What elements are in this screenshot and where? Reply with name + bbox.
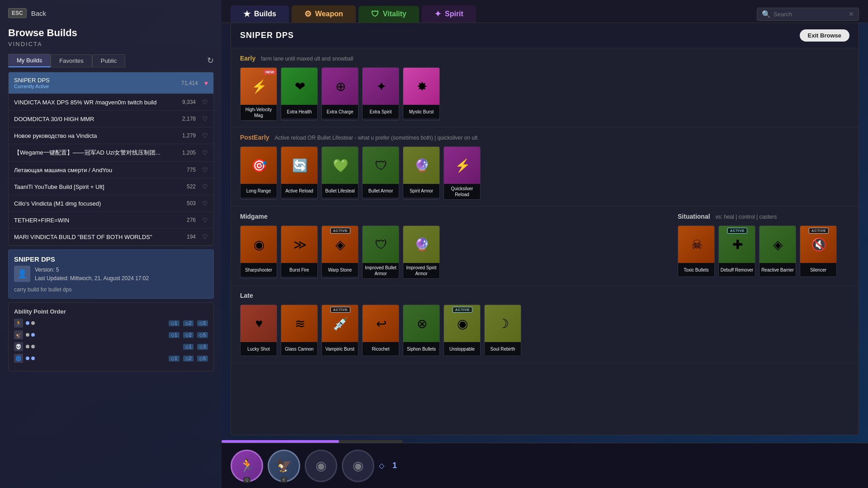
item-card[interactable]: 🔇 ACTIVE Silencer [800, 225, 837, 277]
item-card[interactable]: ❤ Extra Health [281, 67, 318, 121]
tab-vitality[interactable]: 🛡 Vitality [359, 6, 419, 23]
heart-icon[interactable]: ♡ [202, 183, 208, 190]
item-card[interactable]: 🔮 Improved Spirit Armor [403, 225, 440, 279]
item-card[interactable]: ☠ Toxic Bullets [678, 225, 715, 277]
tab-weapon-label: Weapon [315, 10, 343, 18]
item-card[interactable]: ⊕ Extra Charge [321, 67, 359, 121]
heart-icon[interactable]: ♡ [202, 149, 208, 156]
item-card[interactable]: 🔮 Spirit Armor [403, 146, 440, 200]
item-card[interactable]: ≋ Glass Cannon [281, 305, 318, 356]
build-item[interactable]: DOOMDICTA 30/0 HIGH MMR 2,178 ♡ [9, 111, 213, 127]
item-card[interactable]: ⊗ Siphon Bullets [403, 305, 440, 356]
build-item[interactable]: Cillo's Vindicta (M1 dmg focused) 503 ♡ [9, 195, 213, 212]
heart-icon[interactable]: ♡ [202, 200, 208, 207]
heart-icon[interactable]: ♡ [202, 233, 208, 240]
tab-builds[interactable]: ★ Builds [231, 5, 289, 23]
ability-num: ◇2 [183, 320, 194, 326]
build-item[interactable]: MARI VINDICTA BUILD "BEST OF BOTH WORLDS… [9, 229, 213, 245]
build-name: Cillo's Vindicta (M1 dmg focused) [14, 200, 183, 207]
ability-nums: ◇1 ◇2 ◇5 [169, 356, 208, 361]
item-card[interactable]: 🛡 Improved Bullet Armor [362, 225, 399, 279]
heart-icon[interactable]: ♡ [202, 166, 208, 174]
item-label: Reactive Barrier [760, 263, 796, 277]
build-item[interactable]: Летающая машина смерти / AndYou 775 ♡ [9, 162, 213, 178]
late-header: Late [240, 292, 849, 299]
item-card[interactable]: 🛡 Bullet Armor [362, 146, 399, 200]
heart-icon[interactable]: ♡ [202, 115, 208, 122]
ability-button-e[interactable]: 🦅 E [268, 450, 300, 482]
build-count: 775 [187, 167, 196, 173]
item-card[interactable]: ♥ Lucky Shot [240, 305, 277, 356]
item-card[interactable]: ↩ Ricochet [362, 305, 399, 356]
item-card[interactable]: ◈ ACTIVE Warp Stone [321, 225, 359, 279]
item-card[interactable]: ✸ Mystic Burst [403, 67, 440, 121]
back-button[interactable]: Back [31, 9, 46, 17]
ability-button-4[interactable]: ◉ [342, 450, 374, 482]
nav-tabs: ★ Builds ⚙ Weapon 🛡 Vitality ✦ Spirit 🔍 … [222, 0, 868, 23]
heart-icon[interactable]: ♡ [202, 132, 208, 139]
item-card[interactable]: 💚 Bullet Lifesteal [321, 146, 359, 200]
build-item[interactable]: TETHER+FIRE=WIN 276 ♡ [9, 212, 213, 229]
item-card[interactable]: ≫ Burst Fire [281, 225, 318, 279]
tab-weapon[interactable]: ⚙ Weapon [292, 5, 356, 23]
build-item[interactable]: VINDICTA MAX DPS 85% WR /magven0m twitch… [9, 94, 213, 111]
tab-my-builds[interactable]: My Builds [8, 54, 51, 67]
build-last-updated: Last Updated: Mittwoch, 21. August 2024 … [35, 274, 149, 283]
item-card[interactable]: ⚡ NEW High-Velocity Mag [240, 67, 277, 121]
ability-num: ◇5 [197, 320, 208, 326]
close-icon[interactable]: ✕ [849, 10, 854, 18]
search-input[interactable] [774, 11, 846, 18]
heart-icon[interactable]: ♡ [202, 216, 208, 224]
build-item[interactable]: SNIPER DPS Currently Active 71,414 ♥ [9, 72, 213, 94]
postearly-header: PostEarly Active reload OR Bullet Lifest… [240, 134, 849, 141]
item-card[interactable]: 🔄 Active Reload [281, 146, 318, 200]
lucky-shot-icon: ♥ [241, 305, 277, 342]
item-card[interactable]: ✦ Extra Spirit [362, 67, 399, 121]
item-label: Quicksilver Reload [444, 184, 480, 199]
build-item[interactable]: Новое руководство на Vindicta 1,279 ♡ [9, 127, 213, 144]
item-card[interactable]: ⚡ Quicksilver Reload [443, 146, 481, 200]
tab-spirit[interactable]: ✦ Spirit [422, 5, 476, 23]
item-label: Glass Cannon [281, 342, 317, 356]
build-count: 503 [187, 200, 196, 206]
star-icon: ★ [243, 9, 250, 19]
build-item[interactable]: 【Wegame一键配置】——冠军AD Uzi女警对线压制团... 1,205 ♡ [9, 144, 213, 162]
heart-icon[interactable]: ♡ [202, 99, 208, 106]
build-count: 9,334 [182, 99, 196, 105]
item-label: Soul Rebirth [485, 342, 521, 356]
build-name: TaaniTi YouTube Build [Spirit + Ult] [14, 183, 183, 190]
active-badge: ACTIVE [727, 228, 747, 234]
tab-public[interactable]: Public [92, 54, 125, 67]
mystic-burst-icon: ✸ [403, 68, 440, 105]
diamond-count: 1 [392, 461, 397, 470]
ability-q-icon: 🏃 [239, 458, 255, 473]
refresh-button[interactable]: ↻ [207, 56, 214, 66]
warp-stone-icon: ◈ ACTIVE [322, 226, 359, 263]
ability-button-3[interactable]: ◉ [305, 450, 337, 482]
toxic-bullets-icon: ☠ [678, 226, 715, 263]
item-card[interactable]: ◉ ACTIVE Unstoppable [443, 305, 481, 356]
heart-icon[interactable]: ♥ [204, 80, 208, 87]
ability-row-2: 🦅 ◇1 ◇2 ◇5 [14, 330, 208, 339]
item-card[interactable]: 🎯 Long Range [240, 146, 277, 200]
item-card[interactable]: ☽ Soul Rebirth [484, 305, 521, 356]
item-label: Mystic Burst [403, 105, 439, 118]
esc-badge[interactable]: ESC [8, 8, 27, 18]
spirit-armor-icon: 🔮 [403, 147, 440, 184]
tab-favorites[interactable]: Favorites [51, 54, 92, 67]
unstoppable-icon: ◉ ACTIVE [444, 305, 481, 342]
ability-order: Ability Point Order 🏃 ◇1 ◇2 ◇5 🦅 ◇1 ◇2 [8, 302, 214, 371]
item-label: Extra Charge [322, 105, 358, 118]
item-card[interactable]: ◈ Reactive Barrier [759, 225, 796, 277]
ability-num: ◇2 [183, 332, 194, 338]
item-label: High-Velocity Mag [241, 105, 277, 120]
vampiric-burst-icon: 💉 ACTIVE [322, 305, 359, 342]
exit-browse-button[interactable]: Exit Browse [800, 29, 849, 42]
item-card[interactable]: ◉ Sharpshooter [240, 225, 277, 279]
ability-order-title: Ability Point Order [14, 308, 208, 315]
ability-button-q[interactable]: 🏃 Q [231, 450, 263, 482]
build-item[interactable]: TaaniTi YouTube Build [Spirit + Ult] 522… [9, 178, 213, 195]
ability-num: ◇2 [183, 356, 194, 361]
item-card[interactable]: ✚ ACTIVE Debuff Remover [718, 225, 755, 277]
item-card[interactable]: 💉 ACTIVE Vampiric Burst [321, 305, 359, 356]
